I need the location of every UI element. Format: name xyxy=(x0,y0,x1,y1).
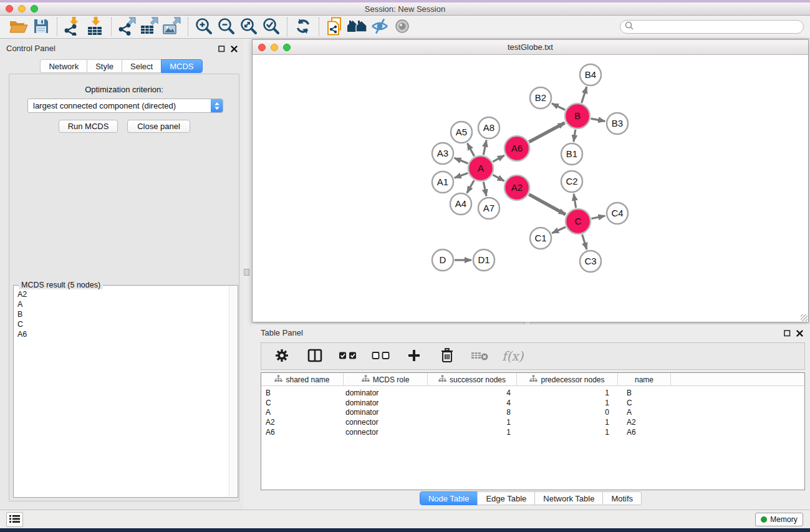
window-resize-grip[interactable] xyxy=(801,314,808,321)
close-table-panel-icon[interactable] xyxy=(795,329,804,337)
table-cell[interactable]: dominator xyxy=(344,389,428,397)
table-cell[interactable]: 8 xyxy=(428,408,517,417)
vertical-split-handle[interactable] xyxy=(244,269,249,276)
home-view-button[interactable] xyxy=(346,16,369,37)
table-settings-button[interactable] xyxy=(271,346,293,367)
graph-node-B4[interactable]: B4 xyxy=(580,64,601,85)
graph-node-B1[interactable]: B1 xyxy=(561,143,582,165)
show-details-button[interactable] xyxy=(391,16,413,37)
graph-edge-C-C3[interactable] xyxy=(582,235,587,249)
table-cell[interactable]: C xyxy=(618,399,671,407)
delete-columns-button[interactable] xyxy=(436,346,458,367)
mcds-result-item[interactable]: A xyxy=(14,299,228,309)
graph-edge-A-A7[interactable] xyxy=(483,182,486,196)
table-cell[interactable]: 4 xyxy=(428,399,517,407)
table-cell[interactable]: 1 xyxy=(517,389,618,397)
mcds-result-list[interactable]: A2ABCA6 xyxy=(14,289,228,496)
table-cell[interactable]: 4 xyxy=(428,389,517,397)
graph-edge-A-A4[interactable] xyxy=(467,180,474,193)
export-table-button[interactable] xyxy=(138,16,161,37)
table-cell[interactable]: B xyxy=(618,389,671,397)
column-header-mcds-role[interactable]: MCDS role xyxy=(344,373,428,386)
graph-edge-A2-C[interactable] xyxy=(529,195,566,215)
graph-edge-B-B2[interactable] xyxy=(552,104,565,110)
tab-mcds[interactable]: MCDS xyxy=(161,59,202,73)
graph-edge-A-A6[interactable] xyxy=(493,155,504,162)
table-cell[interactable]: dominator xyxy=(344,399,428,407)
table-cell[interactable]: 1 xyxy=(517,418,618,427)
column-header-shared-name[interactable]: shared name xyxy=(261,373,344,386)
function-builder-icon[interactable]: f(x) xyxy=(502,349,523,364)
table-cell[interactable]: 0 xyxy=(517,408,618,417)
hide-details-button[interactable] xyxy=(369,16,391,37)
column-header-predecessor-nodes[interactable]: predecessor nodes xyxy=(517,373,618,386)
graph-edge-B-B3[interactable] xyxy=(591,118,605,121)
graph-edge-A-A5[interactable] xyxy=(467,143,474,157)
table-cell[interactable]: A6 xyxy=(261,428,344,437)
graph-node-C[interactable]: C xyxy=(566,209,591,234)
table-row[interactable]: A6connector11A6 xyxy=(261,427,804,437)
table-cell[interactable]: 1 xyxy=(517,399,618,407)
tab-node-table[interactable]: Node Table xyxy=(420,491,478,505)
table-cell[interactable]: A2 xyxy=(261,418,344,427)
network-canvas[interactable]: B4B2BB3A5A8A6A3AB1A1A2C2A4A7C4CC1DD1C3 xyxy=(253,55,808,322)
refresh-view-button[interactable] xyxy=(292,16,314,37)
graph-edge-C-C2[interactable] xyxy=(574,194,576,208)
criterion-select[interactable]: largest connected component (directed) xyxy=(27,99,223,113)
table-cell[interactable]: connector xyxy=(344,428,428,437)
table-cell[interactable]: 1 xyxy=(517,428,618,437)
deselect-all-button[interactable] xyxy=(370,346,392,367)
table-cell[interactable]: 1 xyxy=(428,428,517,437)
table-row[interactable]: A2connector11A2 xyxy=(261,417,804,427)
export-network-button[interactable] xyxy=(116,16,138,37)
graph-node-A4[interactable]: A4 xyxy=(450,193,471,215)
close-panel-button[interactable]: Close panel xyxy=(127,120,190,133)
save-session-button[interactable] xyxy=(30,16,52,37)
graph-node-C1[interactable]: C1 xyxy=(530,228,551,249)
graph-node-D1[interactable]: D1 xyxy=(473,249,494,271)
float-table-panel-icon[interactable] xyxy=(783,329,791,337)
tab-network-table[interactable]: Network Table xyxy=(534,491,603,505)
graph-edge-C-C4[interactable] xyxy=(592,216,605,219)
add-column-button[interactable] xyxy=(403,346,425,367)
search-input[interactable] xyxy=(636,21,803,32)
task-history-button[interactable] xyxy=(6,512,23,527)
tab-select[interactable]: Select xyxy=(122,59,162,73)
graph-node-A8[interactable]: A8 xyxy=(478,117,499,138)
open-session-button[interactable] xyxy=(7,16,30,37)
table-cell[interactable]: connector xyxy=(344,418,428,427)
close-panel-icon[interactable] xyxy=(229,44,238,53)
graph-node-C4[interactable]: C4 xyxy=(607,203,628,224)
result-scrollbar[interactable] xyxy=(229,286,237,496)
table-cell[interactable]: A xyxy=(618,408,671,417)
graph-node-A3[interactable]: A3 xyxy=(432,143,453,164)
select-all-button[interactable] xyxy=(337,346,359,367)
graph-node-D[interactable]: D xyxy=(432,249,453,271)
table-cell[interactable]: dominator xyxy=(344,408,428,417)
table-row[interactable]: Adominator80A xyxy=(261,407,804,417)
graph-node-A1[interactable]: A1 xyxy=(432,172,453,193)
graph-edge-A-A3[interactable] xyxy=(455,158,468,163)
graph-node-A7[interactable]: A7 xyxy=(478,198,499,219)
import-network-button[interactable] xyxy=(62,16,84,37)
import-table-button[interactable] xyxy=(84,16,107,37)
table-cell[interactable]: A xyxy=(261,408,344,417)
zoom-in-button[interactable] xyxy=(193,16,215,37)
tab-edge-table[interactable]: Edge Table xyxy=(477,491,535,505)
graph-edge-B-B1[interactable] xyxy=(574,130,576,142)
memory-button[interactable]: Memory xyxy=(755,513,803,526)
zoom-selected-button[interactable] xyxy=(260,16,282,37)
graph-node-A5[interactable]: A5 xyxy=(451,122,472,143)
graph-node-B[interactable]: B xyxy=(565,104,590,128)
mcds-result-item[interactable]: B xyxy=(14,309,228,319)
graph-edge-C-C1[interactable] xyxy=(552,227,566,233)
table-cell[interactable]: A6 xyxy=(618,428,671,437)
table-cell[interactable]: B xyxy=(261,389,344,397)
graph-edge-A-A2[interactable] xyxy=(493,175,504,181)
tab-style[interactable]: Style xyxy=(87,59,122,73)
mcds-result-item[interactable]: A2 xyxy=(14,289,228,299)
show-columns-button[interactable] xyxy=(304,346,326,367)
mcds-result-item[interactable]: A6 xyxy=(14,329,228,339)
zoom-fit-button[interactable] xyxy=(238,16,260,37)
run-mcds-button[interactable]: Run MCDS xyxy=(59,120,118,133)
